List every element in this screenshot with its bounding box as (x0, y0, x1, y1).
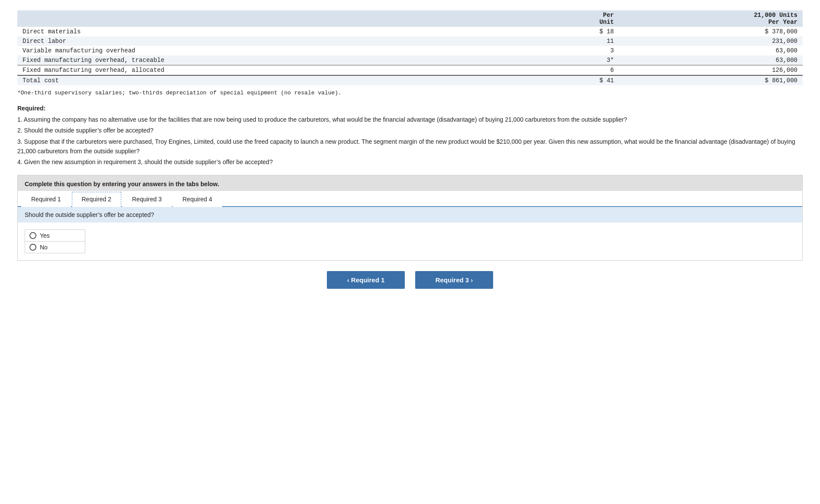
radio-option-yes[interactable]: Yes (25, 230, 85, 242)
table-row: Fixed manufacturing overhead, allocated6… (17, 65, 803, 76)
next-button[interactable]: Required 3 › (415, 271, 493, 289)
table-col-per-unit: PerUnit (534, 10, 619, 27)
tab-content: Should the outside supplier’s offer be a… (18, 207, 802, 260)
table-row: Direct materials$ 18$ 378,000 (17, 27, 803, 36)
tabs-instruction: Complete this question by entering your … (18, 175, 802, 191)
required-section: Required: 1. Assuming the company has no… (17, 104, 803, 167)
required-item: 4. Given the new assumption in requireme… (17, 158, 803, 167)
table-row: Direct labor11231,000 (17, 36, 803, 46)
cost-table: PerUnit 21,000 UnitsPer Year Direct mate… (17, 10, 803, 85)
radio-circle (29, 232, 36, 239)
tab-req2[interactable]: Required 2 (72, 192, 122, 207)
radio-label: Yes (40, 232, 50, 239)
table-col-label (17, 10, 534, 27)
required-item: 3. Suppose that if the carburetors were … (17, 137, 803, 156)
tabs-container: Complete this question by entering your … (17, 175, 803, 261)
tabs-row: Required 1Required 2Required 3Required 4 (18, 191, 802, 207)
required-item: 2. Should the outside supplier’s offer b… (17, 126, 803, 136)
required-item: 1. Assuming the company has no alternati… (17, 115, 803, 125)
tab-req4[interactable]: Required 4 (173, 192, 223, 207)
radio-circle (29, 244, 36, 251)
tab-question: Should the outside supplier’s offer be a… (18, 207, 802, 223)
tab-req3[interactable]: Required 3 (122, 192, 172, 207)
radio-option-no[interactable]: No (25, 242, 85, 253)
table-footnote: *One-third supervisory salaries; two-thi… (17, 90, 803, 96)
required-label: Required: (17, 105, 45, 112)
table-row: Fixed manufacturing overhead, traceable3… (17, 55, 803, 65)
nav-buttons: ‹ Required 1 Required 3 › (17, 271, 803, 289)
prev-button[interactable]: ‹ Required 1 (327, 271, 405, 289)
radio-group: YesNo (25, 229, 85, 253)
radio-label: No (40, 244, 48, 251)
table-total-row: Total cost$ 41$ 861,000 (17, 75, 803, 85)
answer-area: YesNo (18, 223, 802, 260)
table-col-per-year: 21,000 UnitsPer Year (619, 10, 803, 27)
tab-req1[interactable]: Required 1 (21, 192, 71, 207)
table-row: Variable manufacturing overhead363,000 (17, 46, 803, 55)
